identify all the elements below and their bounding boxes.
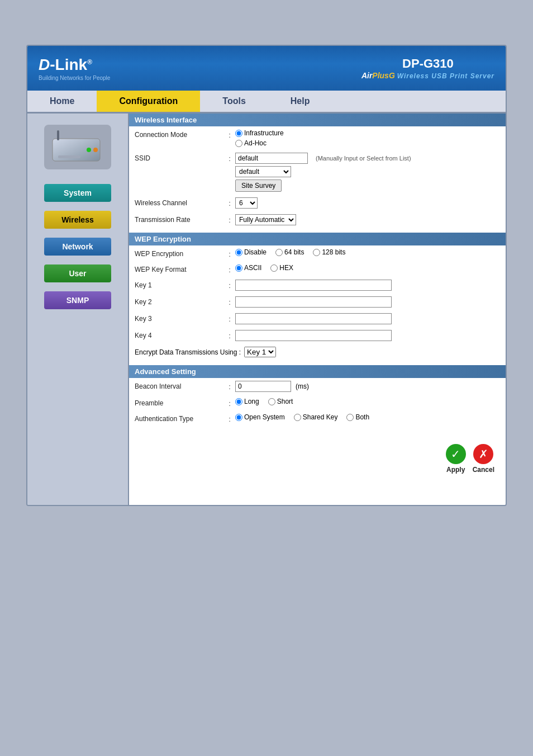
product-name: AirPlusG Wireless USB Print Server [361,71,494,80]
channel-value: 6 1234 5789 1011 [235,197,500,209]
radio-ascii[interactable]: ASCII [235,264,261,272]
content-panel: Wireless Interface Connection Mode : Inf… [128,114,506,505]
sidebar-wireless-btn[interactable]: Wireless [44,211,111,229]
advanced-header: Advanced Setting [129,365,506,378]
main-container: D-Link® Building Networks for People DP-… [26,45,507,506]
header-left: D-Link® Building Networks for People [39,56,110,81]
beacon-unit: (ms) [296,382,309,390]
cancel-button[interactable]: ✗ Cancel [473,444,494,474]
key2-input[interactable] [235,296,392,308]
device-image [44,125,111,169]
apply-button[interactable]: ✓ Apply [446,444,466,474]
radio-wep-64[interactable]: 64 bits [275,248,304,256]
preamble-value: Long Short [235,398,500,405]
radio-adhoc[interactable]: Ad-Hoc [235,139,500,147]
ssid-input[interactable] [235,153,308,164]
key1-input[interactable] [235,280,392,291]
transmission-value: Fully Automatic 1 Mbps2 Mbps5.5 Mbps11 M… [235,214,500,225]
sidebar-user-btn[interactable]: User [44,264,111,282]
radio-preamble-short[interactable]: Short [268,398,293,405]
nav-home[interactable]: Home [27,91,97,112]
transmission-label: Transmission Rate [135,214,224,224]
nav-configuration[interactable]: Configuration [97,91,200,112]
sidebar-system-btn[interactable]: System [44,184,111,202]
ssid-row: SSID : (Manually Input or Select from Li… [129,150,506,195]
radio-wep-disable[interactable]: Disable [235,248,266,256]
nav-bar: Home Configuration Tools Help [27,91,506,114]
key2-row: Key 2 : [129,294,506,310]
action-bar: ✓ Apply ✗ Cancel [129,435,506,483]
key2-label: Key 2 [135,296,224,306]
wireless-interface-header: Wireless Interface [129,114,506,126]
key3-row: Key 3 : [129,310,506,327]
key1-row: Key 1 : [129,277,506,294]
auth-type-value: Open System Shared Key Both [235,413,500,421]
wep-enc-value: Disable 64 bits 128 bits [235,248,500,256]
key1-label: Key 1 [135,280,224,289]
beacon-label: Beacon Interval [135,381,224,390]
channel-select[interactable]: 6 1234 5789 1011 [235,197,258,209]
cancel-icon: ✗ [473,444,493,464]
sidebar-network-btn[interactable]: Network [44,238,111,256]
ssid-hint: (Manually Input or Select from List) [316,155,411,162]
ssid-value: (Manually Input or Select from List) def… [235,153,500,192]
radio-open-system[interactable]: Open System [235,413,285,421]
svg-point-3 [93,148,98,152]
key4-label: Key 4 [135,330,224,339]
wep-header: WEP Encryption [129,233,506,245]
svg-rect-1 [57,130,59,140]
header-right: DP-G310 AirPlusG Wireless USB Print Serv… [361,56,494,80]
beacon-input[interactable] [235,381,291,392]
key3-label: Key 3 [135,313,224,323]
beacon-row: Beacon Interval : (ms) [129,378,506,395]
main-area: System Wireless Network User SNMP Wirele… [27,114,506,505]
encrypt-label: Encrypt Data Transmissions Using : [135,347,241,358]
radio-shared-key[interactable]: Shared Key [294,413,338,421]
connection-mode-value: Infrastructure Ad-Hoc [235,129,500,147]
ssid-dropdown[interactable]: default [235,166,291,177]
encrypt-transmit-row: Encrypt Data Transmissions Using : Key 1… [129,344,506,361]
key4-input[interactable] [235,330,392,341]
transmission-row: Transmission Rate : Fully Automatic 1 Mb… [129,211,506,228]
model-name: DP-G310 [361,56,494,71]
preamble-row: Preamble : Long Short [129,395,506,410]
wep-format-value: ASCII HEX [235,264,500,272]
svg-rect-4 [58,155,80,158]
svg-point-2 [87,148,91,152]
sidebar-snmp-btn[interactable]: SNMP [44,291,111,309]
auth-type-row: Authentication Type : Open System Shared… [129,410,506,426]
nav-tools[interactable]: Tools [200,91,268,112]
dlink-logo: D-Link® [39,56,110,74]
apply-icon: ✓ [446,444,466,464]
sidebar: System Wireless Network User SNMP [27,114,128,505]
radio-hex[interactable]: HEX [270,264,293,272]
radio-both[interactable]: Both [346,413,369,421]
radio-preamble-long[interactable]: Long [235,398,259,405]
auth-type-label: Authentication Type [135,413,224,423]
key3-input[interactable] [235,313,392,324]
wep-format-label: WEP Key Format [135,264,224,273]
nav-help[interactable]: Help [268,91,332,112]
radio-wep-128[interactable]: 128 bits [313,248,345,256]
wep-enc-row: WEP Encryption : Disable 64 bits [129,245,506,261]
site-survey-button[interactable]: Site Survey [235,179,282,192]
channel-row: Wireless Channel : 6 1234 5789 1011 [129,195,506,211]
connection-mode-row: Connection Mode : Infrastructure Ad-Hoc [129,126,506,150]
transmission-select[interactable]: Fully Automatic 1 Mbps2 Mbps5.5 Mbps11 M… [235,214,296,225]
apply-label: Apply [446,466,465,474]
ssid-label: SSID [135,153,224,162]
wep-format-row: WEP Key Format : ASCII HEX [129,261,506,277]
wep-enc-label: WEP Encryption [135,248,224,258]
radio-infrastructure[interactable]: Infrastructure [235,129,500,137]
preamble-label: Preamble [135,398,224,407]
key4-row: Key 4 : [129,327,506,344]
connection-mode-label: Connection Mode [135,129,224,139]
cancel-label: Cancel [473,466,494,474]
header: D-Link® Building Networks for People DP-… [27,46,506,91]
channel-label: Wireless Channel [135,197,224,207]
dlink-tagline: Building Networks for People [39,75,110,81]
encrypt-select[interactable]: Key 1 Key 2 Key 3 Key 4 [244,347,276,357]
